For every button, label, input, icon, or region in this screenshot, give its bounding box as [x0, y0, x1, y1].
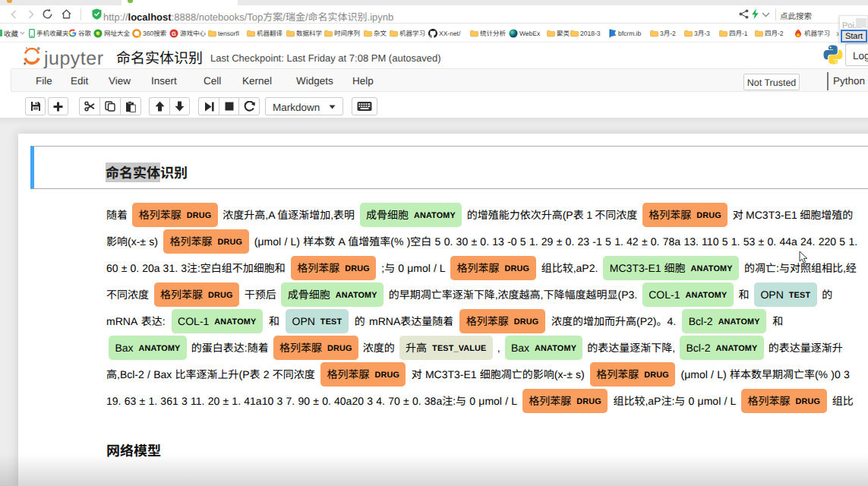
svg-text:G: G	[172, 30, 176, 36]
